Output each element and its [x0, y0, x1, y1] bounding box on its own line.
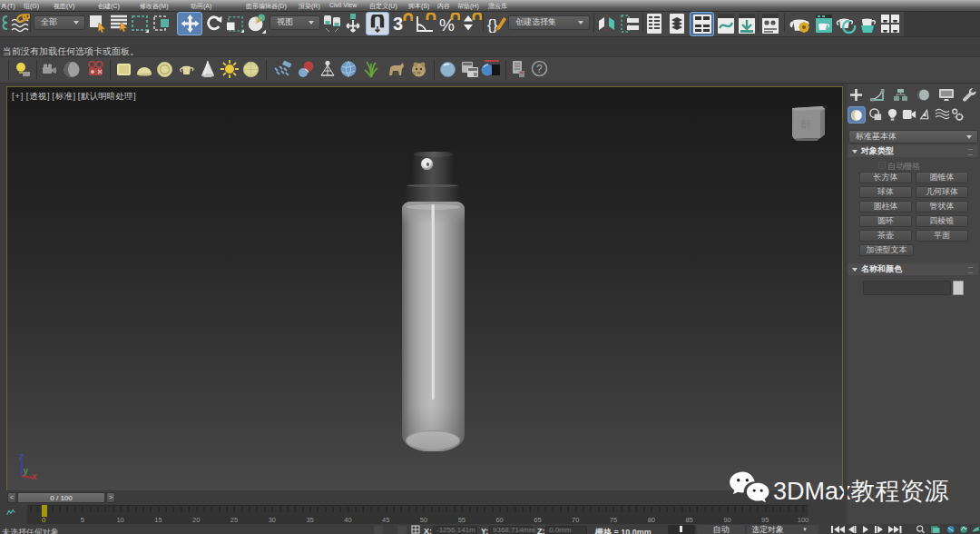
svg-text:前: 前 [800, 117, 812, 131]
svg-text:0: 0 [413, 71, 416, 76]
svg-text:y: y [24, 466, 29, 476]
svg-text:3: 3 [393, 14, 403, 34]
svg-text:H: H [394, 71, 397, 76]
svg-text:{}: {} [487, 16, 498, 34]
svg-text:z: z [19, 451, 24, 461]
svg-text:?: ? [536, 63, 543, 75]
svg-text:x: x [32, 471, 37, 481]
